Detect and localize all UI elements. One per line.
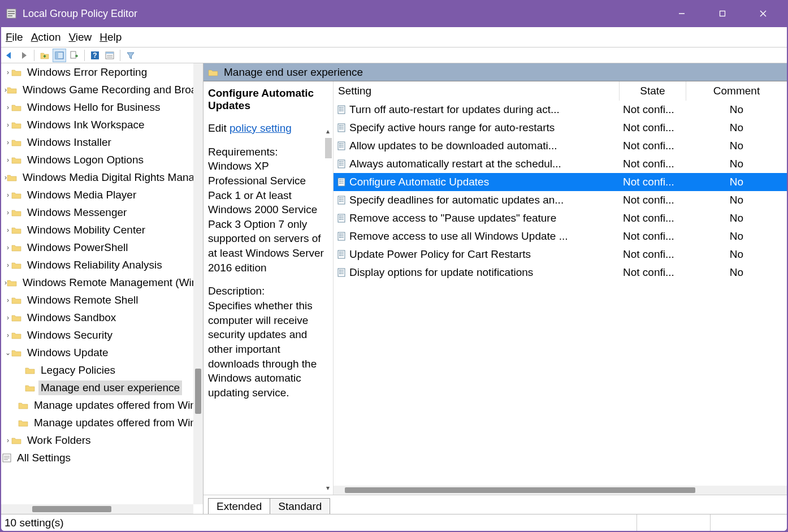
column-state[interactable]: State xyxy=(620,81,686,101)
up-folder-button[interactable] xyxy=(38,49,51,62)
tree-item-label: Windows Remote Shell xyxy=(25,293,140,308)
expander-icon[interactable]: › xyxy=(5,436,11,444)
properties-button[interactable] xyxy=(103,49,116,62)
maximize-button[interactable] xyxy=(710,5,735,22)
tree-item[interactable]: ›Windows PowerShell xyxy=(1,239,203,256)
tree-item[interactable]: ›Windows Media Player xyxy=(1,186,203,204)
column-comment[interactable]: Comment xyxy=(686,81,787,101)
expander-icon[interactable]: › xyxy=(5,314,11,322)
expander-icon[interactable]: › xyxy=(5,296,11,304)
export-list-button[interactable] xyxy=(67,49,81,62)
tree-item-label: Manage end user experience xyxy=(38,380,182,395)
tree-item-label: Windows Mobility Center xyxy=(25,223,148,237)
tree-item[interactable]: ›Windows Logon Options xyxy=(1,151,203,168)
tree-item[interactable]: Manage updates offered from Windows Serv… xyxy=(1,414,203,431)
tree-item[interactable]: ›Windows Installer xyxy=(1,133,203,151)
tree-item-label: Windows Update xyxy=(25,345,111,360)
expander-icon[interactable]: ⌄ xyxy=(5,349,11,357)
tree-item[interactable]: ›Windows Sandbox xyxy=(1,309,203,326)
tree-item[interactable]: ›Windows Ink Workspace xyxy=(1,116,203,133)
tree-item[interactable]: ›Windows Error Reporting xyxy=(1,63,203,81)
menu-help[interactable]: Help xyxy=(99,31,122,44)
edit-policy-link[interactable]: policy setting xyxy=(230,122,292,134)
policy-row[interactable]: Always automatically restart at the sche… xyxy=(334,155,787,173)
tree-scrollbar-vertical[interactable] xyxy=(193,63,203,504)
tree-item[interactable]: Manage updates offered from Windows Upda… xyxy=(1,396,203,414)
expander-icon[interactable]: › xyxy=(5,331,11,339)
tree-item-label: Windows PowerShell xyxy=(25,240,130,255)
tree-item[interactable]: Legacy Policies xyxy=(1,361,203,379)
requirements-label: Requirements: xyxy=(208,146,278,158)
tree-item[interactable]: ›Windows Messenger xyxy=(1,204,203,221)
close-button[interactable] xyxy=(751,5,776,22)
policy-setting-name: Remove access to "Pause updates" feature xyxy=(349,212,556,224)
scroll-up-icon[interactable]: ▴ xyxy=(324,127,332,136)
tree-scrollbar-horizontal[interactable] xyxy=(1,504,193,514)
policy-row[interactable]: Specify active hours range for auto-rest… xyxy=(334,119,787,137)
policy-row[interactable]: Allow updates to be downloaded automati.… xyxy=(334,137,787,155)
expander-icon[interactable]: › xyxy=(5,68,11,76)
tree-item[interactable]: All Settings xyxy=(1,449,203,466)
minimize-button[interactable] xyxy=(669,5,694,22)
help-button[interactable]: ? xyxy=(88,49,102,62)
tree-item-label: Windows Media Digital Rights Management xyxy=(20,170,203,185)
tree-item[interactable]: ›Windows Game Recording and Broadcasting xyxy=(1,81,203,98)
filter-button[interactable] xyxy=(124,49,137,62)
tree-item-label: Windows Installer xyxy=(25,135,114,150)
policy-state: Not confi... xyxy=(620,103,686,116)
tree-item[interactable]: ›Windows Mobility Center xyxy=(1,221,203,239)
expander-icon[interactable]: › xyxy=(5,244,11,252)
titlebar: Local Group Policy Editor xyxy=(0,0,788,27)
show-hide-tree-button[interactable] xyxy=(53,49,66,62)
policy-row[interactable]: Remove access to "Pause updates" feature… xyxy=(334,209,787,227)
tree-item[interactable]: Manage end user experience xyxy=(1,379,203,396)
forward-button[interactable] xyxy=(17,49,31,62)
policy-row[interactable]: Configure Automatic UpdatesNot confi...N… xyxy=(334,173,787,191)
svg-point-47 xyxy=(339,163,340,164)
svg-rect-3 xyxy=(8,15,12,16)
back-button[interactable] xyxy=(2,49,16,62)
policy-row[interactable]: Turn off auto-restart for updates during… xyxy=(334,101,787,119)
tree-item[interactable]: ›Windows Remote Shell xyxy=(1,291,203,309)
column-setting[interactable]: Setting xyxy=(334,81,620,101)
tree-item[interactable]: ›Windows Hello for Business xyxy=(1,98,203,116)
expander-icon[interactable]: › xyxy=(5,139,11,146)
tree-list[interactable]: ›Windows Error Reporting›Windows Game Re… xyxy=(1,63,203,514)
policy-row[interactable]: Display options for update notifications… xyxy=(334,263,787,282)
statusbar: 10 setting(s) xyxy=(1,514,787,531)
expander-icon[interactable]: › xyxy=(5,156,11,164)
list-scrollbar-horizontal[interactable] xyxy=(334,486,787,495)
tab-standard[interactable]: Standard xyxy=(270,498,330,514)
tree-item[interactable]: ›Windows Reliability Analysis xyxy=(1,256,203,274)
menu-file[interactable]: File xyxy=(6,31,23,44)
list-rows[interactable]: Turn off auto-restart for updates during… xyxy=(334,101,787,486)
expander-icon[interactable]: › xyxy=(5,191,11,199)
policy-setting-name: Always automatically restart at the sche… xyxy=(349,158,561,170)
tree-item[interactable]: ›Work Folders xyxy=(1,431,203,449)
tree-item[interactable]: ›Windows Security xyxy=(1,326,203,344)
tree-item[interactable]: ›Windows Remote Management (WinRM) xyxy=(1,274,203,291)
policy-row[interactable]: Update Power Policy for Cart RestartsNot… xyxy=(334,245,787,263)
tree-item[interactable]: ›Windows Media Digital Rights Management xyxy=(1,168,203,186)
expander-icon[interactable]: › xyxy=(5,261,11,269)
expander-icon[interactable]: › xyxy=(5,226,11,234)
policy-comment: No xyxy=(686,212,787,224)
tree-item[interactable]: ⌄Windows Update xyxy=(1,344,203,361)
tab-extended[interactable]: Extended xyxy=(208,498,270,514)
svg-point-81 xyxy=(339,252,340,253)
policy-comment: No xyxy=(686,158,787,170)
svg-point-41 xyxy=(339,146,340,148)
scroll-down-icon[interactable]: ▾ xyxy=(324,483,332,492)
expander-icon[interactable]: › xyxy=(5,209,11,217)
menu-view[interactable]: View xyxy=(68,31,92,44)
tree-pane: ›Windows Error Reporting›Windows Game Re… xyxy=(1,63,204,514)
expander-icon[interactable]: › xyxy=(5,103,11,111)
description-scrollbar[interactable]: ▴ ▾ xyxy=(323,81,333,495)
policy-comment: No xyxy=(686,176,787,188)
svg-rect-70 xyxy=(338,232,345,240)
policy-row[interactable]: Specify deadlines for automatic updates … xyxy=(334,191,787,209)
tree-item-label: Windows Media Player xyxy=(25,188,138,202)
menu-action[interactable]: Action xyxy=(31,31,61,44)
policy-row[interactable]: Remove access to use all Windows Update … xyxy=(334,227,787,245)
expander-icon[interactable]: › xyxy=(5,121,11,129)
